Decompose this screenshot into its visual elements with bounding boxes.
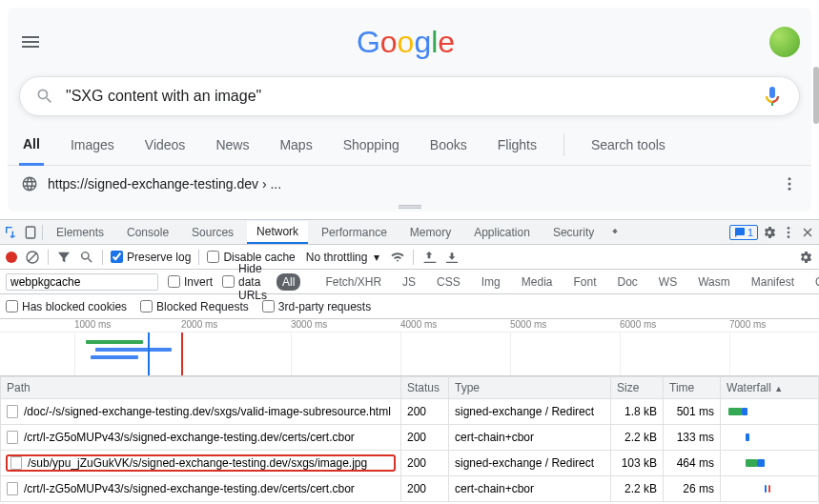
google-search-area: Google All Images Videos News Maps Shopp… (8, 8, 811, 212)
col-header-waterfall[interactable]: Waterfall ▲ (721, 377, 819, 399)
upload-icon[interactable] (421, 250, 437, 265)
search-result[interactable]: https://signed-exchange-testing.dev › ..… (8, 166, 811, 202)
inspect-icon[interactable] (4, 225, 19, 240)
globe-icon (21, 175, 38, 192)
filter-input[interactable] (6, 273, 158, 291)
tab-shopping[interactable]: Shopping (339, 126, 403, 164)
network-table: Path Status Type Size Time Waterfall ▲ /… (0, 376, 819, 502)
file-icon (7, 482, 18, 495)
more-tabs-icon[interactable] (607, 225, 623, 240)
tab-images[interactable]: Images (67, 126, 118, 164)
google-doodle[interactable]: Google (42, 15, 769, 69)
time-cell: 464 ms (664, 451, 721, 476)
search-icon[interactable] (79, 250, 94, 265)
type-pill[interactable]: JS (397, 273, 421, 291)
type-pill[interactable]: Img (476, 273, 506, 291)
waterfall-cell (727, 429, 812, 446)
kebab-icon[interactable] (781, 225, 796, 240)
gear-icon[interactable] (762, 225, 777, 240)
panel-elements[interactable]: Elements (47, 222, 113, 243)
search-input[interactable] (66, 88, 761, 105)
svg-rect-4 (399, 208, 421, 210)
col-header-status[interactable]: Status (401, 377, 449, 399)
download-icon[interactable] (444, 250, 460, 265)
tab-videos[interactable]: Videos (141, 126, 190, 164)
table-row[interactable]: /crt/l-zG5oMUPv43/s/signed-exchange-test… (1, 425, 819, 451)
gear-icon[interactable] (798, 250, 813, 265)
panel-console[interactable]: Console (117, 222, 178, 243)
waterfall-cell (727, 403, 812, 420)
request-path: /crt/l-zG5oMUPv43/s/signed-exchange-test… (24, 482, 355, 495)
overflow-icon[interactable] (781, 175, 798, 192)
type-pill[interactable]: Media (516, 273, 559, 291)
tab-news[interactable]: News (212, 126, 253, 164)
device-icon[interactable] (23, 225, 38, 240)
type-pill[interactable]: Font (567, 273, 602, 291)
svg-point-0 (788, 177, 791, 180)
type-pill[interactable]: Fetch/XHR (319, 273, 387, 291)
type-pill[interactable]: Manifest (746, 273, 800, 291)
file-icon (7, 405, 18, 418)
table-row[interactable]: /sub/ypu_jZuGukVK/s/signed-exchange-test… (1, 451, 819, 476)
request-path: /sub/ypu_jZuGukVK/s/signed-exchange-test… (28, 456, 367, 470)
mic-icon[interactable] (761, 85, 784, 108)
third-party-checkbox[interactable]: 3rd-party requests (262, 300, 371, 313)
record-button[interactable] (6, 252, 17, 263)
search-box[interactable] (19, 76, 800, 116)
type-pill[interactable]: WS (653, 273, 683, 291)
network-conditions-icon[interactable] (390, 250, 405, 265)
menu-icon[interactable] (19, 30, 42, 53)
preserve-log-checkbox[interactable]: Preserve log (111, 251, 191, 264)
time-cell: 501 ms (664, 399, 721, 425)
issues-badge[interactable]: 1 (729, 225, 758, 240)
time-cell: 26 ms (664, 476, 721, 502)
time-cell: 133 ms (664, 425, 721, 451)
blocked-requests-checkbox[interactable]: Blocked Requests (140, 300, 249, 313)
svg-point-2 (788, 188, 791, 191)
table-row[interactable]: /crt/l-zG5oMUPv43/s/signed-exchange-test… (1, 476, 819, 502)
hide-data-urls-checkbox[interactable]: Hide data URLs (222, 262, 267, 302)
panel-performance[interactable]: Performance (312, 222, 397, 243)
result-url: https://signed-exchange-testing.dev › ..… (48, 176, 281, 192)
clear-icon[interactable] (25, 250, 40, 265)
tab-flights[interactable]: Flights (494, 126, 541, 164)
invert-checkbox[interactable]: Invert (168, 275, 213, 289)
drag-handle[interactable] (8, 202, 811, 212)
scrollbar[interactable] (813, 67, 819, 124)
panel-sources[interactable]: Sources (182, 222, 243, 243)
file-icon (7, 431, 18, 444)
avatar[interactable] (769, 27, 800, 57)
close-icon[interactable] (800, 225, 815, 240)
search-icon (35, 87, 54, 106)
type-pill[interactable]: CSS (431, 273, 466, 291)
waterfall-cell (727, 454, 812, 472)
timeline-overview[interactable]: 1000 ms 2000 ms 3000 ms 4000 ms 5000 ms … (0, 319, 819, 376)
tab-all[interactable]: All (19, 125, 44, 166)
type-pill-all[interactable]: All (276, 273, 300, 291)
panel-security[interactable]: Security (543, 222, 604, 243)
panel-application[interactable]: Application (464, 222, 540, 243)
svg-point-8 (788, 235, 790, 238)
type-pill[interactable]: Other (809, 273, 819, 291)
tab-maps[interactable]: Maps (276, 126, 316, 164)
col-header-time[interactable]: Time (664, 377, 721, 399)
col-header-path[interactable]: Path (1, 377, 401, 399)
panel-memory[interactable]: Memory (400, 222, 461, 243)
svg-point-7 (788, 231, 790, 233)
col-header-size[interactable]: Size (611, 377, 664, 399)
type-pill[interactable]: Doc (611, 273, 643, 291)
blocked-cookies-checkbox[interactable]: Has blocked cookies (6, 300, 127, 313)
throttling-select[interactable]: No throttling ▾ (303, 248, 382, 267)
type-pill[interactable]: Wasm (692, 273, 736, 291)
panel-network[interactable]: Network (247, 221, 308, 244)
filter-icon[interactable] (56, 250, 72, 265)
table-row[interactable]: /doc/-/s/signed-exchange-testing.dev/sxg… (1, 399, 819, 425)
status-cell: 200 (401, 476, 449, 502)
col-header-type[interactable]: Type (449, 377, 611, 399)
tab-books[interactable]: Books (426, 126, 471, 164)
tab-search-tools[interactable]: Search tools (587, 126, 669, 164)
svg-point-6 (788, 227, 790, 230)
size-cell: 103 kB (611, 451, 664, 476)
status-cell: 200 (401, 451, 449, 476)
svg-point-1 (788, 183, 791, 186)
